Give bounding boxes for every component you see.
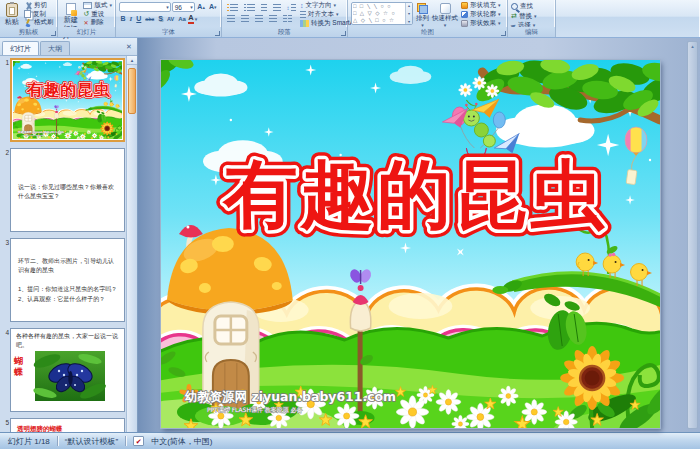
shape-fill-button[interactable]: 形状填充 ▾: [461, 2, 501, 10]
font-size-value: 96: [175, 4, 182, 11]
char-spacing-button[interactable]: AV: [165, 14, 175, 24]
arrange-icon: [417, 3, 428, 14]
numbering-button[interactable]: [242, 4, 256, 11]
ribbon-filler: [556, 0, 700, 37]
shapes-gallery[interactable]: □ □ ╲ ╲ ○ ○ □ △ ▽ ◇ ☆ ○ △ ◇ ╲ □ ○ ☆ ▴ ▾ …: [351, 2, 413, 25]
ribbon-group-editing: 查找 ⇄ 替换 ▾ ▶ 选择 ▾ 编辑: [508, 0, 556, 37]
change-case-button[interactable]: Aa: [177, 14, 188, 24]
paragraph-dialog-launcher[interactable]: [341, 31, 346, 36]
layout-button[interactable]: 版式 ▾: [83, 2, 112, 10]
shape-outline-button[interactable]: 形状轮廓 ▾: [461, 11, 501, 19]
quick-styles-icon: [440, 3, 451, 14]
caret-icon: ▾: [195, 17, 198, 22]
increase-indent-button[interactable]: [271, 4, 282, 11]
paragraph-group-label: 段落: [278, 28, 291, 35]
bold-button[interactable]: B: [119, 14, 127, 24]
slide-thumbnail-2[interactable]: 2 说一说：你见过哪些昆虫？你最喜欢什么昆虫宝宝？: [1, 148, 125, 232]
format-painter-button[interactable]: 格式刷: [24, 19, 54, 27]
slide-canvas[interactable]: [161, 60, 660, 428]
caret-icon: ▾: [498, 21, 501, 26]
thumbnail-frame[interactable]: 透明翅膀的蝴蝶: [10, 418, 125, 432]
scroll-up-button[interactable]: ▴: [688, 42, 697, 51]
quick-styles-button[interactable]: 快速样式 ▾: [432, 2, 458, 28]
italic-button[interactable]: I: [128, 14, 134, 24]
slide-scene: [161, 60, 660, 428]
thumbnail-list: 1 2 说一说：你见过哪些昆虫？你最喜欢什么昆虫宝宝？ 3 环节二、教师出示图片…: [0, 56, 137, 432]
replace-button[interactable]: ⇄ 替换 ▾: [511, 13, 552, 21]
thumbnail-text: 说一说：你见过哪些昆虫？你最喜欢什么昆虫宝宝？: [11, 149, 124, 201]
justify-button[interactable]: [267, 15, 278, 22]
editing-area: ▴: [138, 38, 700, 432]
underline-button[interactable]: U: [135, 14, 143, 24]
vertical-scrollbar[interactable]: ▴: [687, 41, 698, 429]
scroll-up-button[interactable]: ▴: [127, 56, 137, 65]
shapes-row: □ △ ▽ ◇ ☆ ○: [353, 11, 404, 17]
slide-thumbnail-1[interactable]: 1: [1, 58, 125, 142]
columns-button[interactable]: [281, 15, 293, 22]
shrink-font-button[interactable]: A▾: [207, 2, 218, 12]
thumbnail-frame-selected[interactable]: [10, 58, 125, 142]
butterfly-image: [26, 351, 114, 401]
font-name-combo[interactable]: ▾: [119, 2, 171, 12]
arrange-button[interactable]: 排列 ▾: [416, 2, 429, 28]
slide-thumbnail-5[interactable]: 5 透明翅膀的蝴蝶: [1, 418, 125, 432]
slide-number: 2: [1, 148, 9, 232]
thumbnail-frame[interactable]: 各种各样有趣的昆虫，大家一起说一说吧。 蝴蝶: [10, 328, 125, 412]
shapes-gallery-scroll[interactable]: ▴ ▾ ▾: [405, 3, 412, 24]
tab-slides[interactable]: 幻灯片: [2, 41, 39, 55]
shapes-row: △ ◇ ╲ □ ○ ☆: [353, 18, 404, 24]
font-group-label: 字体: [162, 28, 175, 35]
clipboard-group-label: 剪贴板: [19, 28, 39, 35]
butterfly-label: 蝴蝶: [14, 351, 24, 401]
cut-button[interactable]: 剪切: [24, 2, 54, 10]
thumbnail-frame[interactable]: 环节二、教师出示图片，引导幼儿认识有趣的昆虫 1、提问：你知道这只昆虫的名字吗？…: [10, 238, 125, 322]
delete-icon: ✕: [83, 19, 88, 26]
text-shadow-button[interactable]: S: [157, 14, 165, 24]
copy-button[interactable]: 复制: [24, 11, 54, 19]
grow-font-button[interactable]: A▴: [196, 2, 207, 12]
font-color-button[interactable]: A: [188, 14, 193, 24]
thumbnail-frame[interactable]: 说一说：你见过哪些昆虫？你最喜欢什么昆虫宝宝？: [10, 148, 125, 232]
font-dialog-launcher[interactable]: [215, 31, 220, 36]
brush-icon: [24, 19, 32, 27]
ribbon-group-drawing: □ □ ╲ ╲ ○ ○ □ △ ▽ ◇ ☆ ○ △ ◇ ╲ □ ○ ☆ ▴ ▾ …: [348, 0, 508, 37]
delete-slide-button[interactable]: ✕ 删除: [83, 19, 112, 27]
line-spacing-button[interactable]: ↕: [285, 4, 297, 11]
panel-close-button[interactable]: ✕: [123, 41, 135, 53]
reset-button[interactable]: ↺ 重设: [83, 11, 112, 19]
editing-group-label: 编辑: [525, 28, 538, 35]
decrease-indent-button[interactable]: [259, 4, 268, 11]
strikethrough-button[interactable]: abc: [144, 14, 156, 24]
slide-thumbnail-4[interactable]: 4 各种各样有趣的昆虫，大家一起说一说吧。 蝴蝶: [1, 328, 125, 412]
slides-panel: 幻灯片 大纲 ✕ 1 2 说一说：你见过哪些昆虫？你最喜欢什么昆虫宝宝？: [0, 38, 138, 432]
ribbon-group-paragraph: ↕ ↕ 文字方向 ▾: [222, 0, 348, 37]
align-center-button[interactable]: [239, 15, 250, 22]
align-right-button[interactable]: [253, 15, 264, 22]
thumbnail-text: 各种各样有趣的昆虫，大家一起说一说吧。: [11, 329, 124, 350]
copy-icon: [24, 10, 31, 18]
font-size-combo[interactable]: 96 ▾: [172, 2, 195, 12]
sidebar-scrollbar[interactable]: ▴: [126, 56, 137, 432]
scissors-icon: [24, 2, 32, 10]
find-button[interactable]: 查找: [511, 3, 552, 11]
shape-outline-icon: [461, 11, 468, 18]
caret-icon: ▾: [109, 3, 112, 8]
slide-thumbnail-3[interactable]: 3 环节二、教师出示图片，引导幼儿认识有趣的昆虫 1、提问：你知道这只昆虫的名字…: [1, 238, 125, 322]
reset-icon: ↺: [83, 10, 89, 18]
paste-label: 粘贴: [5, 18, 19, 26]
clipboard-dialog-launcher[interactable]: [51, 31, 56, 36]
drawing-dialog-launcher[interactable]: [501, 31, 506, 36]
paste-button[interactable]: 粘贴: [3, 2, 21, 27]
caret-icon: ▾: [534, 14, 537, 19]
slide-number: 4: [1, 328, 9, 412]
spellcheck-icon[interactable]: ✔: [133, 436, 144, 446]
align-left-button[interactable]: [225, 15, 236, 22]
thumbnail-text: 1、提问：你知道这只昆虫的名字吗？: [18, 284, 117, 294]
bullets-button[interactable]: [225, 4, 239, 11]
slide-number: 5: [1, 418, 9, 432]
ribbon-group-font: ▾ 96 ▾ A▴ A▾ B I U abc S AV Aa: [116, 0, 222, 37]
slides-group-label: 幻灯片: [77, 28, 97, 35]
scrollbar-thumb[interactable]: [128, 68, 136, 114]
tab-outline[interactable]: 大纲: [40, 41, 70, 55]
caret-icon: ▾: [336, 12, 339, 17]
